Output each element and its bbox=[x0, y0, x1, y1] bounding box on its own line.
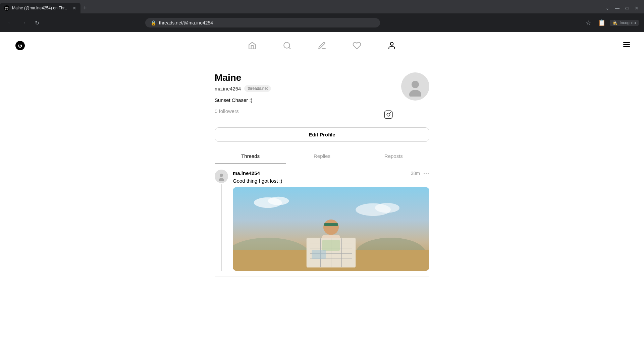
post-text: Good thing I got lost :) bbox=[233, 178, 429, 184]
profile-header: Maine ma.ine4254 threads.net Sunset Chas… bbox=[215, 72, 429, 122]
profile-section: Maine ma.ine4254 threads.net Sunset Chas… bbox=[215, 59, 429, 277]
profile-badge: threads.net bbox=[244, 85, 271, 92]
svg-point-10 bbox=[412, 81, 419, 88]
tab-favicon: @ bbox=[4, 5, 9, 11]
tab-list-icon[interactable]: ⌄ bbox=[605, 5, 609, 11]
post-more-icon[interactable]: ··· bbox=[423, 170, 429, 177]
browser-tab[interactable]: @ Maine (@ma.ine4254) on Threa... ✕ bbox=[0, 3, 80, 13]
profile-name: Maine bbox=[215, 72, 393, 83]
svg-point-7 bbox=[387, 113, 390, 116]
incognito-label: Incognito bbox=[620, 20, 636, 25]
edit-profile-button[interactable]: Edit Profile bbox=[215, 127, 429, 142]
svg-rect-24 bbox=[324, 223, 338, 226]
profile-handle: ma.ine4254 bbox=[215, 86, 241, 92]
svg-point-13 bbox=[220, 174, 223, 177]
tab-close-icon[interactable]: ✕ bbox=[72, 5, 76, 11]
svg-rect-6 bbox=[384, 111, 392, 118]
post-meta: 38m ··· bbox=[411, 170, 429, 177]
address-bar[interactable]: 🔒 threads.net/@ma.ine4254 bbox=[145, 18, 380, 27]
incognito-badge: 🕵 Incognito bbox=[610, 20, 639, 26]
window-controls: ⌄ — ▭ ✕ bbox=[605, 5, 644, 11]
app-header bbox=[0, 32, 644, 59]
post-avatar bbox=[215, 170, 228, 183]
browser-tab-bar: @ Maine (@ma.ine4254) on Threa... ✕ + ⌄ … bbox=[0, 0, 644, 13]
svg-point-19 bbox=[375, 203, 399, 213]
compose-nav-icon[interactable] bbox=[315, 38, 329, 53]
threads-app: Maine ma.ine4254 threads.net Sunset Chas… bbox=[0, 32, 644, 362]
menu-icon[interactable] bbox=[623, 41, 631, 50]
refresh-button[interactable]: ↻ bbox=[32, 18, 42, 27]
svg-point-8 bbox=[390, 112, 391, 113]
profile-nav-icon[interactable] bbox=[384, 38, 399, 53]
tab-title: Maine (@ma.ine4254) on Threa... bbox=[12, 6, 70, 10]
profile-bio: Sunset Chaser :) bbox=[215, 97, 393, 103]
new-tab-button[interactable]: + bbox=[83, 5, 87, 12]
svg-point-23 bbox=[323, 220, 339, 235]
profile-handle-row: ma.ine4254 threads.net bbox=[215, 85, 393, 92]
browser-address-bar: ← → ↻ 🔒 threads.net/@ma.ine4254 ☆ 📋 🕵 In… bbox=[0, 13, 644, 32]
url-text: threads.net/@ma.ine4254 bbox=[159, 20, 375, 25]
incognito-person-icon: 🕵 bbox=[612, 20, 618, 25]
browser-chrome: @ Maine (@ma.ine4254) on Threa... ✕ + ⌄ … bbox=[0, 0, 644, 32]
minimize-icon[interactable]: — bbox=[615, 5, 620, 11]
svg-rect-36 bbox=[322, 240, 340, 250]
maximize-icon[interactable]: ▭ bbox=[625, 5, 629, 11]
header-nav bbox=[245, 38, 399, 53]
svg-line-1 bbox=[289, 47, 290, 49]
home-nav-icon[interactable] bbox=[245, 38, 260, 53]
post-header: ma.ine4254 38m ··· bbox=[233, 170, 429, 177]
browser-right-controls: ☆ 📋 🕵 Incognito bbox=[583, 17, 639, 28]
forward-button[interactable]: → bbox=[19, 18, 28, 27]
svg-point-17 bbox=[268, 197, 289, 205]
tab-reposts[interactable]: Reposts bbox=[358, 148, 429, 164]
back-button[interactable]: ← bbox=[5, 18, 15, 27]
svg-rect-37 bbox=[312, 250, 326, 259]
tab-replies[interactable]: Replies bbox=[286, 148, 358, 164]
profile-info: Maine ma.ine4254 threads.net Sunset Chas… bbox=[215, 72, 393, 122]
svg-point-2 bbox=[390, 42, 393, 45]
lock-icon: 🔒 bbox=[151, 20, 156, 25]
thread-post: ma.ine4254 38m ··· Good thing I got lost… bbox=[215, 164, 429, 277]
post-username: ma.ine4254 bbox=[233, 170, 260, 176]
profile-avatar bbox=[401, 72, 429, 101]
post-content: ma.ine4254 38m ··· Good thing I got lost… bbox=[233, 170, 429, 271]
profile-tabs: Threads Replies Reposts bbox=[215, 148, 429, 164]
activity-nav-icon[interactable] bbox=[350, 38, 364, 53]
bookmark-icon[interactable]: ☆ bbox=[583, 17, 594, 28]
main-content: Maine ma.ine4254 threads.net Sunset Chas… bbox=[215, 59, 429, 277]
reading-list-icon[interactable]: 📋 bbox=[596, 17, 607, 28]
instagram-icon[interactable] bbox=[384, 110, 393, 121]
post-image bbox=[233, 187, 429, 271]
search-nav-icon[interactable] bbox=[280, 38, 294, 53]
tab-threads[interactable]: Threads bbox=[215, 148, 286, 164]
threads-logo[interactable] bbox=[13, 39, 27, 52]
profile-followers: 0 followers bbox=[215, 108, 239, 114]
post-time: 38m bbox=[411, 171, 420, 176]
close-window-icon[interactable]: ✕ bbox=[635, 5, 639, 11]
